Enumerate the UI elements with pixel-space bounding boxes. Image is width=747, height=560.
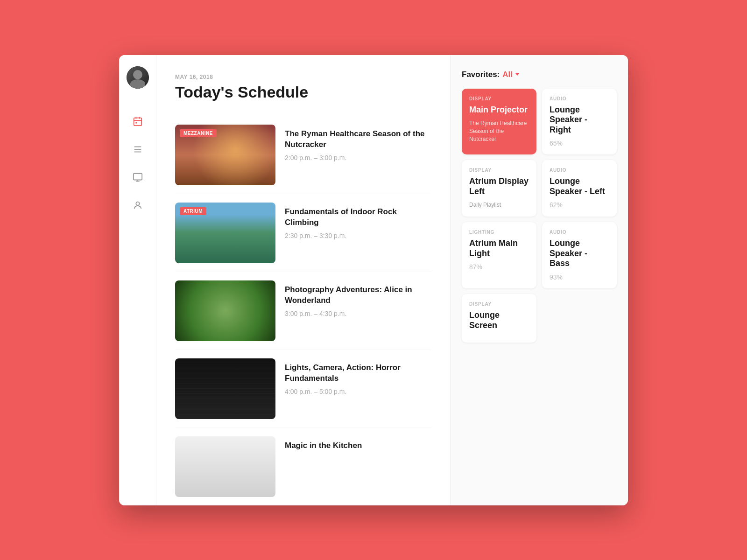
device-name: Atrium Display Left <box>469 176 529 196</box>
device-type: AUDIO <box>550 96 609 101</box>
device-name: Lounge Speaker - Bass <box>550 238 609 269</box>
right-panel: Favorites: All DISPLAY Main Projector Th… <box>451 55 628 505</box>
list-icon[interactable] <box>131 143 144 156</box>
device-type: DISPLAY <box>469 301 529 307</box>
device-percent: 93% <box>550 273 609 281</box>
device-type: LIGHTING <box>469 230 529 235</box>
item-info: Photography Adventures: Alice in Wonderl… <box>285 280 431 318</box>
schedule-item[interactable]: Magic in the Kitchen <box>175 428 431 505</box>
schedule-item[interactable]: ATRIUM Fundamentals of Indoor Rock Climb… <box>175 194 431 272</box>
item-thumbnail <box>175 436 275 497</box>
device-desc: The Ryman Healthcare Season of the Nutcr… <box>469 119 529 143</box>
schedule-item[interactable]: MEZZANINE The Ryman Healthcare Season of… <box>175 116 431 194</box>
app-window: MAY 16, 2018 Today's Schedule MEZZANINE … <box>119 55 628 505</box>
item-title: Photography Adventures: Alice in Wonderl… <box>285 284 431 307</box>
item-thumbnail: ATRIUM <box>175 203 275 263</box>
device-percent: 87% <box>469 263 529 271</box>
item-info: Lights, Camera, Action: Horror Fundament… <box>285 358 431 396</box>
item-title: The Ryman Healthcare Season of the Nutcr… <box>285 128 431 151</box>
svg-rect-0 <box>134 118 141 125</box>
item-info: Magic in the Kitchen <box>285 436 431 455</box>
item-thumbnail: MEZZANINE <box>175 125 275 185</box>
main-content: MAY 16, 2018 Today's Schedule MEZZANINE … <box>156 55 451 505</box>
device-card-atrium-display-left[interactable]: DISPLAY Atrium Display Left Daily Playli… <box>462 160 536 217</box>
svg-point-11 <box>136 202 139 205</box>
item-info: Fundamentals of Indoor Rock Climbing 2:3… <box>285 203 431 240</box>
item-time: 4:00 p.m. – 5:00 p.m. <box>285 388 431 395</box>
schedule-list: MEZZANINE The Ryman Healthcare Season of… <box>175 116 431 505</box>
device-card-main-projector[interactable]: DISPLAY Main Projector The Ryman Healthc… <box>462 89 536 155</box>
device-type: AUDIO <box>550 230 609 235</box>
device-name: Lounge Speaker - Right <box>550 105 609 135</box>
schedule-item[interactable]: Lights, Camera, Action: Horror Fundament… <box>175 350 431 428</box>
venue-badge: MEZZANINE <box>180 129 217 137</box>
date-label: MAY 16, 2018 <box>175 74 431 80</box>
favorites-filter-dropdown[interactable]: All <box>502 70 519 79</box>
devices-grid: DISPLAY Main Projector The Ryman Healthc… <box>462 89 617 343</box>
device-card-lounge-speaker-left[interactable]: AUDIO Lounge Speaker - Left 62% <box>542 160 617 217</box>
svg-rect-4 <box>135 122 137 123</box>
device-percent: 65% <box>550 140 609 147</box>
item-title: Lights, Camera, Action: Horror Fundament… <box>285 362 431 385</box>
item-time: 2:00 p.m. – 3:00 p.m. <box>285 154 431 161</box>
device-card-lounge-speaker-right[interactable]: AUDIO Lounge Speaker - Right 65% <box>542 89 617 155</box>
device-desc: Daily Playlist <box>469 201 529 209</box>
device-card-lounge-screen[interactable]: DISPLAY Lounge Screen <box>462 294 536 343</box>
svg-rect-8 <box>133 173 141 180</box>
item-time: 2:30 p.m. – 3:30 p.m. <box>285 232 431 239</box>
item-time: 3:00 p.m. – 4:30 p.m. <box>285 310 431 317</box>
favorites-title: Favorites: <box>462 70 500 79</box>
device-card-lounge-speaker-bass[interactable]: AUDIO Lounge Speaker - Bass 93% <box>542 222 617 288</box>
device-card-atrium-main-light[interactable]: LIGHTING Atrium Main Light 87% <box>462 222 536 288</box>
sidebar-icons <box>131 115 144 212</box>
device-name: Lounge Speaker - Left <box>550 176 609 196</box>
device-type: AUDIO <box>550 168 609 173</box>
schedule-item[interactable]: Photography Adventures: Alice in Wonderl… <box>175 272 431 350</box>
device-name: Main Projector <box>469 105 529 115</box>
device-name: Atrium Main Light <box>469 238 529 259</box>
device-type: DISPLAY <box>469 96 529 101</box>
device-name: Lounge Screen <box>469 310 529 330</box>
calendar-icon[interactable] <box>131 115 144 128</box>
favorites-header: Favorites: All <box>462 70 617 79</box>
page-title: Today's Schedule <box>175 83 431 101</box>
item-thumbnail <box>175 280 275 341</box>
item-info: The Ryman Healthcare Season of the Nutcr… <box>285 125 431 162</box>
device-type: DISPLAY <box>469 168 529 173</box>
device-percent: 62% <box>550 201 609 209</box>
venue-badge: ATRIUM <box>180 207 206 215</box>
user-icon[interactable] <box>131 199 144 212</box>
item-title: Magic in the Kitchen <box>285 440 431 451</box>
avatar[interactable] <box>127 66 149 89</box>
display-icon[interactable] <box>131 171 144 184</box>
item-title: Fundamentals of Indoor Rock Climbing <box>285 206 431 229</box>
sidebar <box>119 55 156 505</box>
item-thumbnail <box>175 358 275 419</box>
